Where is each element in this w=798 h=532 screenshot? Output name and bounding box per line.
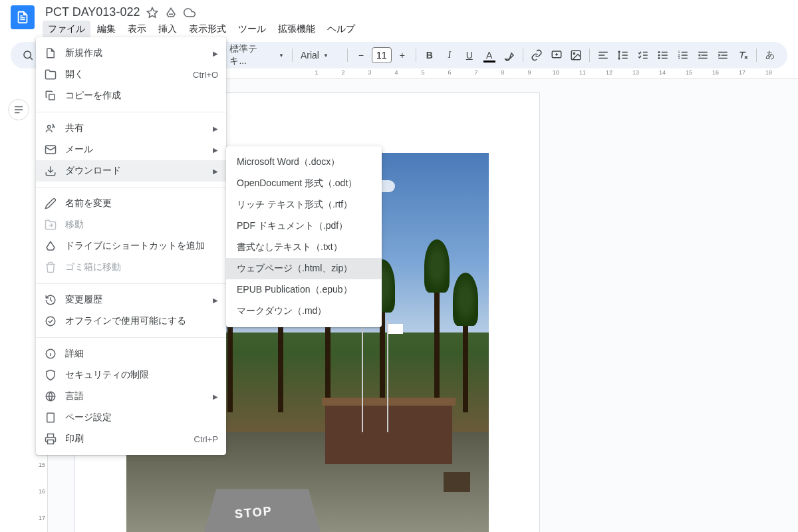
print-icon [44, 432, 57, 446]
pencil-icon [44, 197, 57, 210]
file-menu-dropdown: 新規作成 ▶ 開く Ctrl+O コピーを作成 共有 ▶ メール ▶ ダウンロー… [36, 37, 226, 455]
text-color-button[interactable]: A [480, 46, 499, 65]
download-md[interactable]: マークダウン（.md） [226, 301, 382, 322]
highlight-button[interactable] [500, 46, 519, 65]
submenu-arrow-icon: ▶ [213, 50, 218, 57]
font-select[interactable]: Arial▼ [297, 46, 343, 65]
download-docx[interactable]: Microsoft Word（.docx） [226, 152, 382, 173]
menu-label: 印刷 [65, 433, 194, 445]
file-menu-open[interactable]: 開く Ctrl+O [36, 64, 226, 85]
file-menu-new[interactable]: 新規作成 ▶ [36, 43, 226, 64]
file-menu-language[interactable]: 言語 ▶ [36, 386, 226, 407]
file-menu-security[interactable]: セキュリティの制限 [36, 364, 226, 386]
increase-indent-button[interactable] [714, 46, 732, 65]
menu-edit[interactable]: 編集 [92, 21, 121, 38]
menu-tools[interactable]: ツール [233, 21, 271, 38]
input-mode-button[interactable]: あ [761, 46, 779, 65]
search-menus-icon[interactable] [19, 46, 37, 65]
decrease-font-size-button[interactable]: − [352, 46, 370, 65]
svg-rect-10 [49, 94, 55, 100]
menu-label: ダウンロード [65, 165, 213, 177]
download-icon [44, 164, 57, 178]
menu-label: 詳細 [65, 348, 218, 360]
left-gutter [0, 79, 37, 532]
menu-label: 新規作成 [65, 47, 213, 59]
star-icon[interactable] [146, 7, 158, 19]
toolbar-separator [416, 49, 416, 62]
align-button[interactable] [594, 46, 612, 65]
offline-icon [44, 315, 57, 328]
download-rtf[interactable]: リッチ テキスト形式（.rtf） [226, 194, 382, 215]
svg-point-4 [659, 52, 660, 53]
globe-icon [44, 390, 57, 403]
file-menu-add-shortcut[interactable]: ドライブにショートカットを追加 [36, 235, 226, 257]
insert-image-button[interactable] [567, 46, 586, 65]
document-title[interactable]: PCT DAY013-022 [45, 5, 140, 19]
decrease-indent-button[interactable] [694, 46, 712, 65]
svg-point-13 [46, 317, 55, 326]
menu-extensions[interactable]: 拡張機能 [273, 21, 321, 38]
insert-comment-button[interactable] [547, 46, 566, 65]
checklist-button[interactable] [634, 46, 652, 65]
toolbar-separator [589, 49, 590, 62]
share-icon [44, 122, 57, 135]
menu-label: ドライブにショートカットを追加 [65, 240, 218, 252]
download-epub[interactable]: EPUB Publication（.epub） [226, 279, 382, 301]
menu-insert[interactable]: 挿入 [153, 21, 182, 38]
submenu-arrow-icon: ▶ [213, 297, 218, 304]
menu-help[interactable]: ヘルプ [322, 21, 360, 38]
paragraph-style-select[interactable]: 標準テキ...▼ [225, 46, 287, 65]
toolbar-separator [292, 49, 293, 62]
font-size-input[interactable] [372, 47, 392, 63]
menu-label: コピーを作成 [65, 90, 218, 102]
cloud-status-icon[interactable] [184, 7, 196, 19]
download-odt[interactable]: OpenDocument 形式（.odt） [226, 173, 382, 194]
download-html[interactable]: ウェブページ（.html、zip） [226, 258, 382, 279]
bulleted-list-button[interactable] [654, 46, 672, 65]
numbered-list-button[interactable]: 123 [674, 46, 692, 65]
file-menu-offline[interactable]: オフラインで使用可能にする [36, 311, 226, 332]
file-menu-print[interactable]: 印刷 Ctrl+P [36, 428, 226, 450]
menu-divider [36, 283, 226, 284]
insert-link-button[interactable] [527, 46, 546, 65]
menu-format[interactable]: 表示形式 [184, 21, 231, 38]
menu-view[interactable]: 表示 [122, 21, 152, 38]
menu-file[interactable]: ファイル [43, 21, 90, 38]
copy-icon [44, 89, 57, 102]
svg-point-3 [574, 53, 575, 54]
clear-formatting-button[interactable] [733, 46, 752, 65]
increase-font-size-button[interactable]: + [393, 46, 412, 65]
menu-label: 変更履歴 [65, 294, 213, 306]
italic-button[interactable]: I [440, 46, 459, 65]
line-spacing-button[interactable] [614, 46, 632, 65]
file-menu-trash: ゴミ箱に移動 [36, 257, 226, 278]
history-icon [44, 293, 57, 307]
submenu-arrow-icon: ▶ [213, 393, 218, 400]
bold-button[interactable]: B [420, 46, 439, 65]
submenu-arrow-icon: ▶ [213, 146, 218, 154]
move-to-drive-icon[interactable] [165, 7, 177, 19]
file-menu-page-setup[interactable]: ページ設定 [36, 407, 226, 428]
docs-logo-icon[interactable] [11, 5, 35, 29]
file-menu-details[interactable]: 詳細 [36, 343, 226, 364]
file-menu-download[interactable]: ダウンロード ▶ [36, 160, 226, 182]
svg-point-6 [659, 58, 660, 59]
svg-text:3: 3 [678, 56, 680, 60]
menu-divider [36, 112, 226, 112]
menu-label: 共有 [65, 122, 213, 134]
paragraph-style-label: 標準テキ... [229, 43, 275, 67]
file-menu-email[interactable]: メール ▶ [36, 139, 226, 160]
file-menu-make-copy[interactable]: コピーを作成 [36, 85, 226, 106]
menu-label: ゴミ箱に移動 [65, 261, 218, 273]
download-pdf[interactable]: PDF ドキュメント（.pdf） [226, 215, 382, 237]
file-menu-share[interactable]: 共有 ▶ [36, 118, 226, 139]
underline-button[interactable]: U [460, 46, 479, 65]
show-outline-button[interactable] [8, 99, 29, 120]
document-icon [44, 47, 57, 60]
toolbar-separator [347, 49, 348, 62]
file-menu-version-history[interactable]: 変更履歴 ▶ [36, 289, 226, 311]
download-txt[interactable]: 書式なしテキスト（.txt） [226, 237, 382, 258]
submenu-arrow-icon: ▶ [213, 168, 218, 175]
submenu-arrow-icon: ▶ [213, 125, 218, 132]
file-menu-rename[interactable]: 名前を変更 [36, 193, 226, 214]
